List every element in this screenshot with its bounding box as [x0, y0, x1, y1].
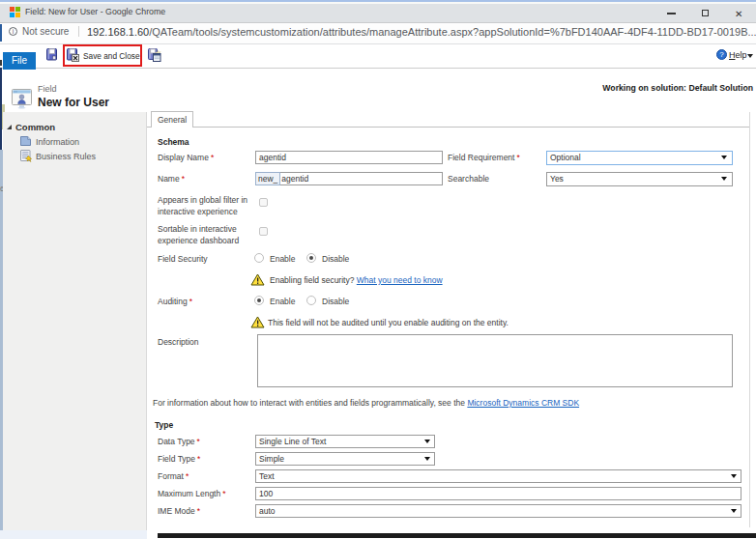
svg-text:?: ?: [719, 50, 724, 59]
